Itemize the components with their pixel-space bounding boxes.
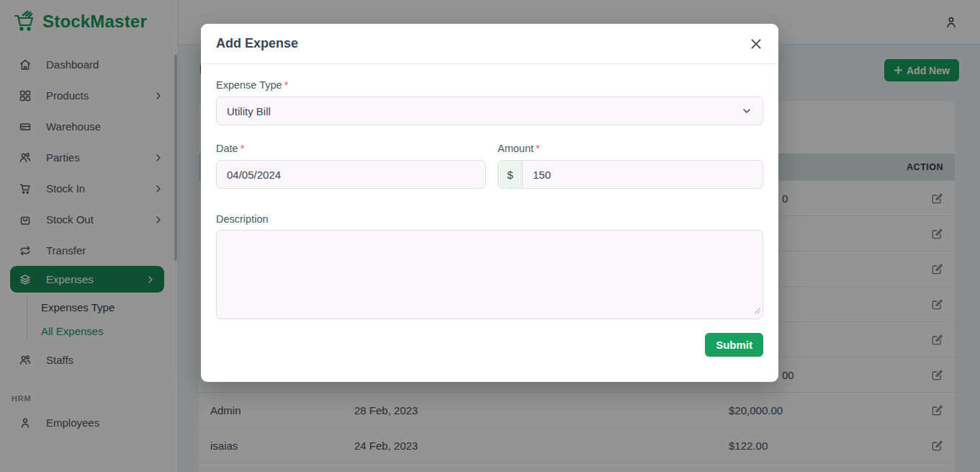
expense-type-label: Expense Type* [216,79,288,91]
amount-field-group: Amount* $ 150 [498,142,763,189]
expense-type-value: Utility Bill [227,105,271,117]
modal-footer: Submit [216,333,763,357]
submit-button[interactable]: Submit [705,333,763,357]
required-asterisk: * [284,79,289,91]
app-screen: StockMaster Dashboard Products Warehouse… [0,0,980,472]
amount-label: Amount* [498,143,540,154]
chevron-down-icon [741,105,752,117]
required-asterisk: * [536,143,540,154]
amount-input-group: $ 150 [498,160,763,189]
date-value: 04/05/2024 [227,169,281,181]
modal-title: Add Expense [216,36,298,51]
required-asterisk: * [240,143,245,154]
date-label: Date* [216,143,244,154]
expense-type-select[interactable]: Utility Bill [216,97,763,125]
resize-handle-icon[interactable] [754,304,761,317]
description-label: Description [216,213,763,225]
close-button[interactable] [749,37,763,51]
date-input[interactable]: 04/05/2024 [216,160,486,189]
description-textarea[interactable] [216,230,763,319]
date-field-group: Date* 04/05/2024 [216,142,486,189]
date-amount-row: Date* 04/05/2024 Amount* $ 150 [216,142,763,189]
add-expense-modal: Add Expense Expense Type* Utility Bill D… [201,24,778,382]
modal-body: Expense Type* Utility Bill Date* 04/05/2… [201,64,778,357]
amount-value: 150 [533,169,551,181]
close-icon [749,37,763,51]
modal-header: Add Expense [201,24,778,64]
currency-prefix: $ [498,161,523,188]
amount-input[interactable]: 150 [523,161,763,188]
